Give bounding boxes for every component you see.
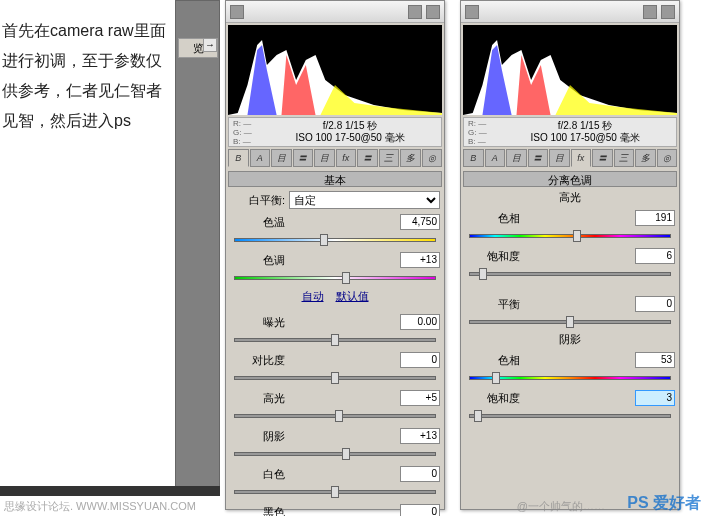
tab-7[interactable]: 三: [379, 149, 400, 167]
tab-r0[interactable]: B: [463, 149, 484, 167]
auto-links: 自动默认值: [226, 289, 444, 307]
white-label: 白色: [230, 467, 285, 482]
white-value[interactable]: 0: [400, 466, 440, 482]
tab-r2[interactable]: 目: [506, 149, 527, 167]
panel-toolbar: [226, 1, 444, 23]
h-sat-slider[interactable]: [461, 267, 679, 281]
balance-value[interactable]: 0: [635, 296, 675, 312]
tab-r6[interactable]: 〓: [592, 149, 613, 167]
s-hue-value[interactable]: 53: [635, 352, 675, 368]
gray-sidebar: 览 →: [175, 0, 220, 490]
tab-strip: B A 目 〓 目 fx 〓 三 多 ◎: [228, 149, 442, 169]
basic-panel: R: — G: — B: — f/2.8 1/15 秒ISO 100 17-50…: [225, 0, 445, 510]
exposure-value[interactable]: 0.00: [400, 314, 440, 330]
tab-1[interactable]: A: [250, 149, 271, 167]
footer-bar: [0, 486, 220, 496]
rgb-readout-r: R: — G: — B: —: [468, 119, 498, 146]
panel-toolbar-r: [461, 1, 679, 23]
h-sat-label: 饱和度: [465, 249, 520, 264]
black-label: 黑色: [230, 505, 285, 517]
contrast-value[interactable]: 0: [400, 352, 440, 368]
section-basic: 基本: [228, 171, 442, 187]
default-link[interactable]: 默认值: [336, 290, 369, 302]
s-hue-label: 色相: [465, 353, 520, 368]
balance-slider[interactable]: [461, 315, 679, 329]
menu-icon-r[interactable]: [661, 5, 675, 19]
tab-5[interactable]: fx: [336, 149, 357, 167]
clip-icon[interactable]: [408, 5, 422, 19]
s-sat-value[interactable]: 3: [635, 390, 675, 406]
tab-6[interactable]: 〓: [357, 149, 378, 167]
shadow-value[interactable]: +13: [400, 428, 440, 444]
tint-label: 色调: [230, 253, 285, 268]
watermark-weibo: @一个帅气的……: [517, 499, 605, 514]
highlight-label: 高光: [230, 391, 285, 406]
exposure-info-r: f/2.8 1/15 秒: [498, 120, 672, 132]
tint-slider[interactable]: [226, 271, 444, 285]
camera-info-r: R: — G: — B: — f/2.8 1/15 秒ISO 100 17-50…: [463, 117, 677, 147]
exposure-slider[interactable]: [226, 333, 444, 347]
expand-button[interactable]: →: [203, 38, 217, 52]
tab-strip-r: B A 目 〓 目 fx 〓 三 多 ◎: [463, 149, 677, 169]
wb-label: 白平衡:: [230, 193, 285, 208]
split-tone-panel: R: — G: — B: — f/2.8 1/15 秒ISO 100 17-50…: [460, 0, 680, 510]
h-hue-label: 色相: [465, 211, 520, 226]
tab-r7[interactable]: 三: [614, 149, 635, 167]
tab-r9[interactable]: ◎: [657, 149, 678, 167]
wb-select[interactable]: 自定: [289, 191, 440, 209]
temp-value[interactable]: 4,750: [400, 214, 440, 230]
temp-slider[interactable]: [226, 233, 444, 247]
tab-r5[interactable]: fx: [571, 149, 592, 167]
highlight-value[interactable]: +5: [400, 390, 440, 406]
s-sat-slider[interactable]: [461, 409, 679, 423]
highlight-slider[interactable]: [226, 409, 444, 423]
h-hue-slider[interactable]: [461, 229, 679, 243]
rgb-readout: R: — G: — B: —: [233, 119, 263, 146]
tab-2[interactable]: 目: [271, 149, 292, 167]
tab-9[interactable]: ◎: [422, 149, 443, 167]
temp-label: 色温: [230, 215, 285, 230]
tutorial-text: 首先在camera raw里面进行初调，至于参数仅供参考，仁者见仁智者见智，然后…: [2, 16, 172, 136]
histogram-toggle-icon-r[interactable]: [465, 5, 479, 19]
white-slider[interactable]: [226, 485, 444, 499]
contrast-label: 对比度: [230, 353, 285, 368]
tab-8[interactable]: 多: [400, 149, 421, 167]
watermark-left: 思缘设计论坛. WWW.MISSYUAN.COM: [4, 499, 196, 514]
clip-icon-r[interactable]: [643, 5, 657, 19]
tab-r4[interactable]: 目: [549, 149, 570, 167]
tint-value[interactable]: +13: [400, 252, 440, 268]
shadow-label: 阴影: [230, 429, 285, 444]
tab-r8[interactable]: 多: [635, 149, 656, 167]
histogram: [228, 25, 442, 115]
tab-r3[interactable]: 〓: [528, 149, 549, 167]
section-split: 分离色调: [463, 171, 677, 187]
tab-basic[interactable]: B: [228, 149, 249, 167]
tab-r1[interactable]: A: [485, 149, 506, 167]
balance-label: 平衡: [465, 297, 520, 312]
menu-icon[interactable]: [426, 5, 440, 19]
exposure-label: 曝光: [230, 315, 285, 330]
histogram-r: [463, 25, 677, 115]
tab-3[interactable]: 〓: [293, 149, 314, 167]
contrast-slider[interactable]: [226, 371, 444, 385]
h-sat-value[interactable]: 6: [635, 248, 675, 264]
camera-info: R: — G: — B: — f/2.8 1/15 秒ISO 100 17-50…: [228, 117, 442, 147]
shadow-slider[interactable]: [226, 447, 444, 461]
black-value[interactable]: 0: [400, 504, 440, 516]
section-shadow: 阴影: [463, 331, 677, 347]
watermark-logo: PS 爱好者: [627, 493, 701, 514]
section-highlight: 高光: [463, 189, 677, 205]
exposure-info: f/2.8 1/15 秒: [263, 120, 437, 132]
s-hue-slider[interactable]: [461, 371, 679, 385]
iso-info-r: ISO 100 17-50@50 毫米: [498, 132, 672, 144]
s-sat-label: 饱和度: [465, 391, 520, 406]
tab-4[interactable]: 目: [314, 149, 335, 167]
iso-info: ISO 100 17-50@50 毫米: [263, 132, 437, 144]
auto-link[interactable]: 自动: [302, 290, 324, 302]
histogram-toggle-icon[interactable]: [230, 5, 244, 19]
h-hue-value[interactable]: 191: [635, 210, 675, 226]
